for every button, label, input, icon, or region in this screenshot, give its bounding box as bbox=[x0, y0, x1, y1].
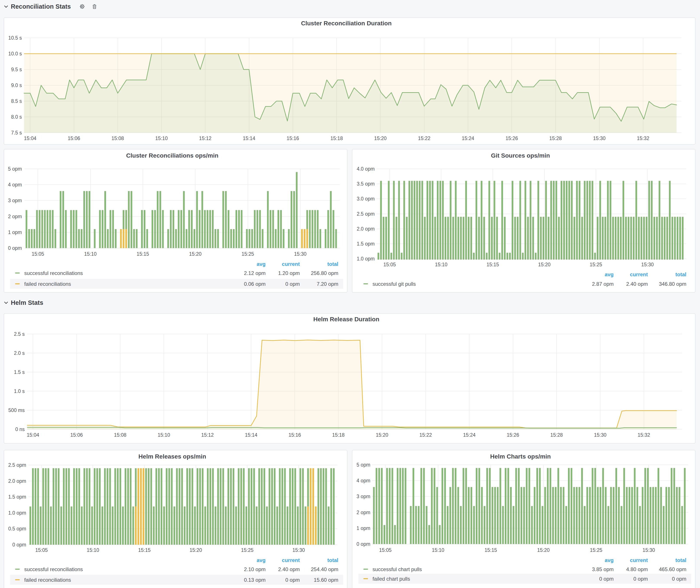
svg-text:failed reconciliations: failed reconciliations bbox=[24, 577, 71, 583]
svg-text:15:26: 15:26 bbox=[507, 432, 519, 438]
svg-text:15:26: 15:26 bbox=[505, 136, 518, 141]
svg-text:2.12 opm: 2.12 opm bbox=[244, 270, 266, 276]
svg-text:9.5 s: 9.5 s bbox=[11, 67, 22, 72]
svg-text:15:05: 15:05 bbox=[383, 262, 396, 267]
svg-text:15:30: 15:30 bbox=[643, 547, 655, 553]
svg-text:15:16: 15:16 bbox=[287, 136, 299, 141]
svg-text:15:30: 15:30 bbox=[641, 262, 654, 267]
svg-text:0.06 opm: 0.06 opm bbox=[244, 281, 266, 287]
svg-text:15:15: 15:15 bbox=[484, 547, 497, 553]
svg-text:successful reconciliations: successful reconciliations bbox=[24, 566, 83, 572]
svg-text:total: total bbox=[327, 261, 338, 267]
svg-text:15:06: 15:06 bbox=[68, 136, 80, 141]
svg-text:15:24: 15:24 bbox=[462, 136, 474, 141]
svg-text:15:04: 15:04 bbox=[27, 432, 39, 438]
svg-text:15:15: 15:15 bbox=[138, 547, 151, 553]
svg-text:0 opm: 0 opm bbox=[356, 541, 370, 547]
svg-text:avg: avg bbox=[257, 261, 266, 267]
svg-text:346.80 opm: 346.80 opm bbox=[659, 281, 686, 287]
svg-text:15:10: 15:10 bbox=[432, 547, 444, 553]
svg-text:current: current bbox=[630, 271, 648, 277]
svg-text:15:15: 15:15 bbox=[487, 262, 499, 267]
svg-text:Git Sources ops/min: Git Sources ops/min bbox=[491, 152, 550, 159]
svg-text:465.60 opm: 465.60 opm bbox=[659, 566, 686, 572]
svg-text:1.5 s: 1.5 s bbox=[14, 369, 25, 375]
svg-text:15:22: 15:22 bbox=[418, 136, 431, 141]
svg-text:2.5 opm: 2.5 opm bbox=[357, 211, 375, 217]
svg-text:1 opm: 1 opm bbox=[8, 229, 22, 235]
svg-text:current: current bbox=[630, 557, 648, 563]
svg-text:15:16: 15:16 bbox=[289, 432, 301, 438]
svg-text:avg: avg bbox=[257, 557, 266, 563]
svg-text:15:28: 15:28 bbox=[550, 432, 563, 438]
svg-text:0 opm: 0 opm bbox=[672, 576, 686, 582]
svg-text:15:04: 15:04 bbox=[24, 136, 37, 141]
svg-text:15:12: 15:12 bbox=[199, 136, 212, 141]
svg-text:avg: avg bbox=[605, 557, 614, 563]
svg-text:15:32: 15:32 bbox=[637, 136, 649, 141]
svg-text:15:18: 15:18 bbox=[332, 432, 345, 438]
svg-text:15:20: 15:20 bbox=[190, 547, 202, 553]
svg-text:0 opm: 0 opm bbox=[8, 245, 22, 251]
svg-text:15:18: 15:18 bbox=[330, 136, 343, 141]
svg-text:3.5 opm: 3.5 opm bbox=[357, 181, 375, 187]
svg-text:0.13 opm: 0.13 opm bbox=[244, 577, 266, 583]
svg-text:3 opm: 3 opm bbox=[8, 198, 22, 203]
svg-text:Cluster Reconciliations ops/mi: Cluster Reconciliations ops/min bbox=[126, 152, 218, 159]
svg-text:15:20: 15:20 bbox=[537, 547, 550, 553]
svg-text:Helm Charts ops/min: Helm Charts ops/min bbox=[490, 453, 551, 460]
svg-text:10.0 s: 10.0 s bbox=[8, 51, 22, 57]
svg-text:15:08: 15:08 bbox=[111, 136, 124, 141]
svg-text:15:20: 15:20 bbox=[538, 262, 551, 267]
svg-text:avg: avg bbox=[605, 271, 614, 277]
svg-text:15:20: 15:20 bbox=[376, 432, 388, 438]
svg-text:15:25: 15:25 bbox=[590, 262, 602, 267]
svg-text:0 opm: 0 opm bbox=[633, 576, 648, 582]
svg-text:15.60 opm: 15.60 opm bbox=[314, 577, 338, 583]
svg-text:15:14: 15:14 bbox=[243, 136, 255, 141]
svg-text:15:05: 15:05 bbox=[379, 547, 392, 553]
svg-text:1.5 opm: 1.5 opm bbox=[357, 241, 375, 247]
svg-text:15:10: 15:10 bbox=[84, 251, 97, 257]
svg-text:Helm Release Duration: Helm Release Duration bbox=[313, 316, 379, 323]
svg-text:254.40 opm: 254.40 opm bbox=[311, 566, 338, 572]
svg-text:2.40 opm: 2.40 opm bbox=[278, 566, 300, 572]
svg-text:5 opm: 5 opm bbox=[8, 166, 22, 172]
svg-text:current: current bbox=[282, 557, 300, 563]
svg-text:7.20 opm: 7.20 opm bbox=[317, 281, 338, 287]
svg-text:15:25: 15:25 bbox=[242, 251, 254, 257]
svg-text:15:10: 15:10 bbox=[158, 432, 170, 438]
svg-text:15:20: 15:20 bbox=[374, 136, 387, 141]
svg-text:total: total bbox=[675, 271, 686, 277]
svg-text:15:25: 15:25 bbox=[590, 547, 602, 553]
svg-text:15:05: 15:05 bbox=[32, 251, 44, 257]
svg-text:15:14: 15:14 bbox=[245, 432, 257, 438]
svg-text:7.5 s: 7.5 s bbox=[11, 130, 22, 136]
svg-text:3.0 opm: 3.0 opm bbox=[357, 196, 375, 202]
svg-text:15:20: 15:20 bbox=[189, 251, 202, 257]
svg-text:0 opm: 0 opm bbox=[285, 281, 300, 287]
svg-text:15:10: 15:10 bbox=[87, 547, 99, 553]
svg-text:15:28: 15:28 bbox=[549, 136, 562, 141]
svg-text:Helm Releases ops/min: Helm Releases ops/min bbox=[139, 453, 206, 460]
svg-text:15:24: 15:24 bbox=[463, 432, 476, 438]
svg-text:successful chart pulls: successful chart pulls bbox=[373, 566, 422, 572]
svg-text:successful reconciliations: successful reconciliations bbox=[24, 270, 83, 276]
svg-text:successful git pulls: successful git pulls bbox=[373, 281, 416, 287]
svg-text:500 ms: 500 ms bbox=[8, 407, 25, 413]
svg-text:15:10: 15:10 bbox=[155, 136, 168, 141]
svg-text:15:10: 15:10 bbox=[435, 262, 448, 267]
svg-text:failed reconciliations: failed reconciliations bbox=[24, 281, 71, 287]
svg-text:0 opm: 0 opm bbox=[285, 577, 300, 583]
svg-text:2.0 s: 2.0 s bbox=[14, 350, 25, 356]
svg-text:256.80 opm: 256.80 opm bbox=[311, 270, 338, 276]
svg-text:15:30: 15:30 bbox=[594, 432, 606, 438]
svg-text:15:08: 15:08 bbox=[114, 432, 127, 438]
svg-text:8.5 s: 8.5 s bbox=[11, 98, 22, 104]
svg-text:2.0 opm: 2.0 opm bbox=[357, 226, 375, 232]
svg-text:15:06: 15:06 bbox=[70, 432, 83, 438]
svg-text:15:12: 15:12 bbox=[201, 432, 214, 438]
svg-text:3 opm: 3 opm bbox=[356, 494, 370, 499]
svg-text:0 ns: 0 ns bbox=[15, 426, 25, 432]
svg-text:15:30: 15:30 bbox=[593, 136, 606, 141]
